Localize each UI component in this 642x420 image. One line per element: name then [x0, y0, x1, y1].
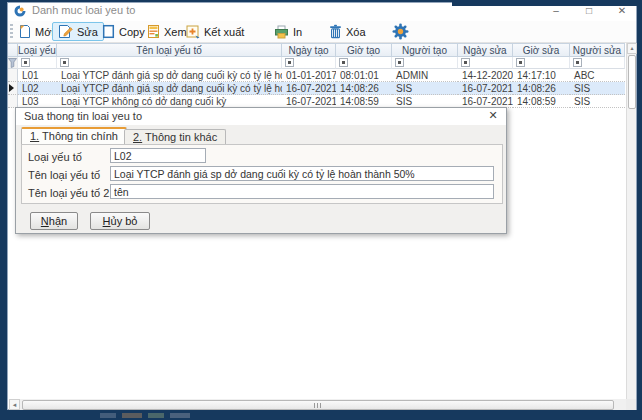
cell-name: Loại YTCP đánh giá sp dở dang cuối kỳ có… [57, 69, 282, 82]
scroll-up-icon[interactable]: ▴ [627, 43, 637, 54]
filter-funnel-icon [8, 58, 18, 68]
column-header-ngay-tao[interactable]: Ngày tạo [282, 43, 336, 57]
filter-box-icon[interactable] [461, 58, 470, 67]
filter-box-icon[interactable] [21, 58, 30, 67]
export-button[interactable]: Kết xuất [180, 22, 250, 41]
table-row[interactable]: L02 Loại YTCP đánh giá sp dở dang cuối k… [8, 82, 625, 95]
loai-yeu-to-label: Loại yếu tố [28, 151, 82, 163]
cell-modified-time: 14:08:59 [513, 95, 570, 108]
edit-icon [58, 24, 73, 39]
column-header-loai-yeu[interactable]: Loại yếu [18, 43, 57, 57]
tab-thong-tin-khac[interactable]: 2. Thông tin khác [124, 129, 226, 144]
app-logo-icon [14, 5, 26, 17]
edit-dialog: Sua thong tin loai yeu to ✕ 1. Thông tin… [15, 107, 507, 234]
minimize-button[interactable]: – [550, 4, 562, 18]
grid-header-indicator [8, 43, 18, 57]
cell-modified-time: 14:17:10 [513, 69, 570, 82]
filter-cell[interactable] [570, 57, 625, 69]
print-button-label: In [293, 26, 302, 38]
column-header-ten-loai-yeu-to[interactable]: Tên loại yếu tố [57, 43, 282, 57]
filter-cell[interactable] [282, 57, 336, 69]
horizontal-scrollbar-thumb[interactable] [22, 400, 614, 410]
cell-created-by: SIS [392, 82, 458, 95]
background-ghost-icon [100, 413, 116, 418]
filter-cell[interactable] [513, 57, 570, 69]
filter-box-icon[interactable] [60, 58, 69, 67]
ten-loai-yeu-to-2-field[interactable] [110, 184, 494, 199]
cell-created-time: 14:08:26 [336, 82, 392, 95]
selected-row-arrow-icon [9, 84, 14, 92]
new-button-label: Mới [35, 26, 54, 38]
column-header-nguoi-tao[interactable]: Người tạo [392, 43, 458, 57]
vertical-scrollbar-thumb[interactable] [628, 55, 636, 109]
column-header-ngay-sua[interactable]: Ngày sửa [458, 43, 513, 57]
scroll-left-icon[interactable]: ◂ [9, 399, 20, 410]
filter-cell[interactable] [336, 57, 392, 69]
dialog-title: Sua thong tin loai yeu to [24, 110, 142, 122]
cell-modified-time: 14:08:26 [513, 82, 570, 95]
column-header-gio-tao[interactable]: Giờ tạo [336, 43, 392, 57]
filter-box-icon[interactable] [573, 58, 582, 67]
new-document-icon [18, 24, 31, 39]
grid-header-row: Loại yếu Tên loại yếu tố Ngày tạo Giờ tạ… [8, 43, 625, 57]
settings-button[interactable] [386, 22, 415, 41]
copy-icon [102, 24, 115, 39]
cell-modified-date: 14-12-2020 [458, 69, 513, 82]
export-button-label: Kết xuất [204, 26, 244, 38]
cell-modified-date: 16-07-2021 [458, 82, 513, 95]
accept-button-label: Nhận [31, 213, 77, 229]
close-button[interactable]: ✕ [616, 4, 628, 18]
filter-box-icon[interactable] [395, 58, 404, 67]
filter-row-indicator [8, 57, 18, 69]
dialog-close-icon[interactable]: ✕ [486, 109, 500, 122]
toolbar: Mới Sửa Copy Xem [8, 21, 636, 43]
row-indicator [8, 69, 18, 82]
table-row[interactable]: L01 Loại YTCP đánh giá sp dở dang cuối k… [8, 69, 625, 82]
grid-filter-row [8, 57, 625, 69]
scrollbar-grip-icon [314, 403, 323, 408]
maximize-button[interactable]: □ [583, 4, 595, 18]
cell-modified-by: SIS [570, 95, 625, 108]
vertical-scrollbar[interactable]: ▴ [626, 43, 636, 399]
window-title: Danh muc loai yeu to [32, 4, 135, 16]
horizontal-scrollbar[interactable]: ◂ [9, 399, 626, 410]
filter-box-icon[interactable] [516, 58, 525, 67]
delete-button-label: Xóa [346, 26, 366, 38]
background-ghost-icon [170, 413, 190, 418]
print-icon [274, 25, 289, 39]
cancel-button[interactable]: Hủy bỏ [90, 212, 150, 230]
loai-yeu-to-field[interactable] [110, 148, 206, 163]
dialog-titlebar: Sua thong tin loai yeu to ✕ [16, 108, 506, 125]
app-window: Danh muc loai yeu to – □ ✕ Mới Sửa [7, 2, 637, 410]
filter-cell[interactable] [392, 57, 458, 69]
gear-icon [392, 23, 409, 40]
background-ghost-icon [148, 413, 164, 418]
cell-created-by: ADMIN [392, 69, 458, 82]
column-header-nguoi-sua[interactable]: Người sửa [570, 43, 625, 57]
cell-modified-by: ABC [570, 69, 625, 82]
export-icon [186, 25, 200, 39]
cell-created-date: 16-07-2021 [282, 82, 336, 95]
cell-name: Loại YTCP đánh giá sp dở dang cuối kỳ có… [57, 82, 282, 95]
scrollbar-corner [626, 399, 636, 410]
filter-cell[interactable] [57, 57, 282, 69]
cell-code: L02 [18, 82, 57, 95]
delete-button[interactable]: Xóa [323, 22, 372, 41]
ten-loai-yeu-to-2-label: Tên loại yếu tố 2 [28, 187, 109, 199]
cell-code: L01 [18, 69, 57, 82]
print-button[interactable]: In [268, 22, 308, 41]
ten-loai-yeu-to-label: Tên loại yếu tố [28, 169, 100, 181]
filter-box-icon[interactable] [339, 58, 348, 67]
filter-cell[interactable] [18, 57, 57, 69]
filter-box-icon[interactable] [285, 58, 294, 67]
edit-button-label: Sửa [77, 26, 98, 38]
ten-loai-yeu-to-field[interactable] [110, 166, 494, 181]
filter-cell[interactable] [458, 57, 513, 69]
cell-modified-by: SIS [570, 82, 625, 95]
background-ghost-icon [122, 413, 142, 418]
tab-thong-tin-chinh[interactable]: 1. Thông tin chính [21, 127, 127, 144]
dialog-tabstrip: 1. Thông tin chính 2. Thông tin khác [16, 127, 506, 144]
cell-created-date: 01-01-2017 [282, 69, 336, 82]
accept-button[interactable]: Nhận [30, 212, 78, 230]
column-header-gio-sua[interactable]: Giờ sửa [513, 43, 570, 57]
